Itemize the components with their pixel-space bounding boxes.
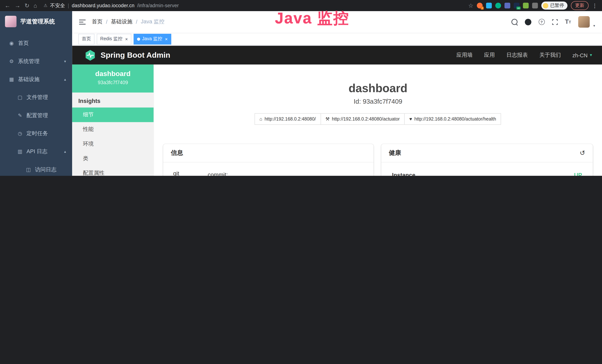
breadcrumb-infrastructure[interactable]: 基础设施 [111,18,132,25]
sba-brand-title: Spring Boot Admin [101,51,170,60]
health-card: 健康 ↺ Instance UP [381,144,593,176]
sba-item-config-props[interactable]: 配置属性 [72,166,153,176]
home-icon: ⌂ [259,116,262,122]
infrastructure-icon: ▦ [9,76,15,82]
search-icon[interactable] [511,19,517,25]
extension-v-icon[interactable] [495,3,501,8]
active-dot [137,37,140,41]
sba-nav-journal[interactable]: 日志报表 [506,52,528,59]
navbar-actions: ? TT ▾ [511,16,595,28]
browser-chrome: ← → ↻ ⌂ ⚠ 不安全 | dashboard.yudao.iocoder.… [0,0,602,11]
sba-content: dashboard Id: 93a3fc7f7409 ⌂ http://192.… [154,64,602,176]
actuator-url-link[interactable]: ⚒ http://192.168.0.2:48080/actuator [320,113,405,125]
home-dashboard-icon: ◉ [9,40,15,46]
app-shell: 芋道管理系统 ◉ 首页 ⚙ 系统管理 ▾ ▦ 基础设施 ▴ ▢ [0,11,602,176]
tag-redis-monitor[interactable]: Redis 监控 × [97,33,131,44]
extension-puzzle-icon[interactable] [532,3,538,8]
extension-grid-icon[interactable] [505,3,510,8]
info-card: 信息 git commit: time: 1596289704000 id: 2… [163,144,374,176]
sidebar-item-file-mgmt[interactable]: ▢ 文件管理 [0,88,72,106]
tag-java-monitor[interactable]: Java 监控 × [134,33,171,44]
chevron-down-icon: ▾ [64,59,66,64]
instance-name: dashboard [72,70,153,78]
page-title: dashboard [163,82,593,95]
main-column: 首页 / 基础设施 / Java 监控 ? TT ▾ [72,11,602,176]
health-key: Instance [392,172,415,176]
browser-menu-icon[interactable]: ⋮ [592,2,597,9]
sba-nav-wallboard[interactable]: 应用墙 [456,52,473,59]
insights-group: Insights 细节 性能 环境 类 配置属性 计划任务 [72,93,153,176]
health-card-title: 健康 [389,149,401,157]
sidebar-item-home[interactable]: ◉ 首页 [0,34,72,52]
schedule-icon: ◷ [17,130,23,136]
browser-actions: ☆ 1 on 已暂停 更新 ⋮ [468,1,597,10]
health-url-link[interactable]: ♥ http://192.168.0.2:48080/actuator/heal… [404,113,501,125]
extension-fox-icon[interactable]: 1 [477,3,483,8]
extension-drop-icon[interactable] [486,3,492,8]
smiley-icon [543,3,548,8]
sba-nav-about[interactable]: 关于我们 [539,52,561,59]
config-icon: ✎ [17,113,23,118]
paused-chip[interactable]: 已暂停 [541,1,568,10]
breadcrumb-home[interactable]: 首页 [92,18,103,25]
file-icon: ▢ [17,94,23,100]
admin-sidebar: 芋道管理系统 ◉ 首页 ⚙ 系统管理 ▾ ▦ 基础设施 ▴ ▢ [0,11,72,176]
url-path: /infra/admin-server [137,3,179,8]
sba-nav: 应用墙 应用 日志报表 关于我们 zh-CN ▾ [456,52,592,59]
url-domain: dashboard.yudao.iocoder.cn [72,3,134,8]
sidebar-item-access-log[interactable]: ◫ 访问日志 [0,161,72,176]
service-url-link[interactable]: ⌂ http://192.168.0.2:48080/ [255,113,321,125]
tags-view: 首页 Redis 监控 × Java 监控 × [72,33,602,46]
heart-icon: ♥ [409,116,412,122]
forward-icon[interactable]: → [15,3,20,8]
instance-id: 93a3fc7f7409 [72,80,153,85]
sba-item-metrics[interactable]: 性能 [72,122,153,137]
status-badge: UP [574,172,582,176]
reload-icon[interactable]: ↻ [25,3,30,8]
sidebar-item-scheduled-tasks[interactable]: ◷ 定时任务 [0,124,72,142]
sba-sidebar: dashboard 93a3fc7f7409 Insights 细节 性能 环境… [72,64,154,176]
back-icon[interactable]: ← [5,3,10,8]
language-selector[interactable]: zh-CN ▾ [572,52,592,58]
info-row-git: git commit: time: 1596289704000 id: 27aa… [171,166,366,176]
chevron-up-icon: ▴ [64,77,66,81]
extension-leaf-icon[interactable] [523,3,528,8]
home-icon[interactable]: ⌂ [33,3,37,8]
sba-item-environment[interactable]: 环境 [72,137,153,151]
health-row-instance[interactable]: Instance UP [389,166,585,176]
sba-nav-applications[interactable]: 应用 [484,52,495,59]
sidebar-logo[interactable]: 芋道管理系统 [0,11,72,32]
font-size-icon[interactable]: TT [565,18,571,25]
close-icon[interactable]: × [165,36,168,42]
extension-badge: 1 [481,7,484,10]
user-avatar[interactable] [579,16,590,28]
history-icon[interactable]: ↺ [580,149,585,157]
address-bar[interactable]: ⚠ 不安全 | dashboard.yudao.iocoder.cn/infra… [43,2,179,9]
update-chip[interactable]: 更新 [571,1,589,10]
breadcrumb-java-monitor: Java 监控 [141,18,164,25]
fullscreen-icon[interactable] [552,19,558,25]
hamburger-icon[interactable] [79,19,86,25]
tag-home[interactable]: 首页 [78,33,94,44]
github-icon[interactable] [525,19,531,25]
sidebar-item-config-mgmt[interactable]: ✎ 配置管理 [0,107,72,124]
chevron-down-icon: ▾ [590,53,592,58]
bookmark-star-icon[interactable]: ☆ [468,3,473,8]
api-log-icon: ▥ [17,149,23,154]
insights-group-label: Insights [72,93,153,107]
sba-item-classes[interactable]: 类 [72,151,153,166]
close-icon[interactable]: × [125,36,128,42]
avatar-caret-icon: ▾ [593,24,595,28]
on-badge: on [516,7,521,10]
help-icon[interactable]: ? [538,19,545,25]
address-separator: | [68,3,69,8]
sidebar-item-api-log[interactable]: ▥ API 日志 ▴ [0,142,72,161]
extension-onepassword-icon[interactable]: on [514,3,519,8]
sidebar-item-system-mgmt[interactable]: ⚙ 系统管理 ▾ [0,52,72,70]
sidebar-item-infrastructure[interactable]: ▦ 基础设施 ▴ [0,70,72,88]
breadcrumb: 首页 / 基础设施 / Java 监控 [92,18,164,25]
sba-item-details[interactable]: 细节 [72,107,153,122]
security-label: 不安全 [50,2,65,9]
cards-left-column: 信息 git commit: time: 1596289704000 id: 2… [163,144,374,176]
instance-header[interactable]: dashboard 93a3fc7f7409 [72,64,153,93]
